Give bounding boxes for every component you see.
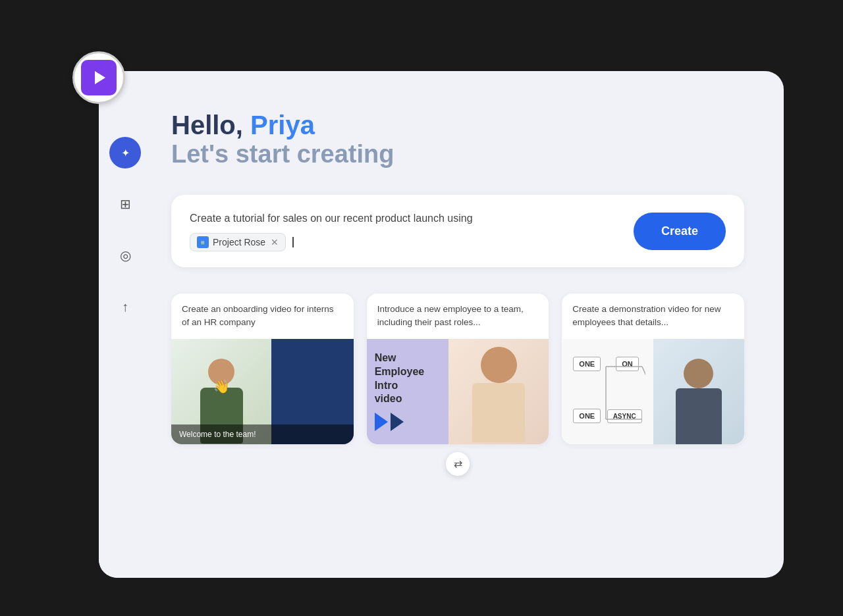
card3-image: ONE ON ONE ASYNC xyxy=(562,339,744,444)
card-onboarding[interactable]: Create an onboarding video for interns o… xyxy=(171,294,354,444)
diag-box-async: ASYNC xyxy=(607,409,642,423)
card2-title: NewEmployeeIntrovideo xyxy=(375,351,441,406)
card1-overlay: Welcome to the team! xyxy=(171,424,354,444)
greeting-name: Priya xyxy=(250,111,315,140)
content-area: Hello, Priya Let's start creating Create… xyxy=(151,71,784,578)
card3-person xyxy=(653,339,744,444)
svg-line-3 xyxy=(642,367,645,419)
create-button[interactable]: Create xyxy=(634,213,726,250)
diagram: ONE ON ONE ASYNC xyxy=(570,347,645,436)
record-icon: ◎ xyxy=(120,247,131,263)
triangle-dark xyxy=(391,413,404,431)
outer-container: ✦ ⊞ ◎ ↑ Hello, Priya Let's start creatin… xyxy=(59,38,784,578)
tag-remove-button[interactable]: ✕ xyxy=(271,237,279,247)
card3-diagram: ONE ON ONE ASYNC xyxy=(562,339,653,444)
prompt-text: Create a tutorial for sales on our recen… xyxy=(190,211,623,226)
diag-box-one2: ONE xyxy=(573,409,601,423)
prompt-tag[interactable]: ≡ Project Rose ✕ xyxy=(190,233,286,251)
card2-left-panel: NewEmployeeIntrovideo xyxy=(367,339,449,444)
sidebar-item-sparkle[interactable]: ✦ xyxy=(109,137,141,168)
card3-text: Create a demonstration video for new emp… xyxy=(562,294,744,339)
cards-wrapper: Create an onboarding video for interns o… xyxy=(171,294,744,464)
diag-box-one1: ONE xyxy=(573,357,601,371)
sidebar-item-gallery[interactable]: ⊞ xyxy=(109,188,141,220)
tag-label: Project Rose xyxy=(213,237,265,247)
card1-text: Create an onboarding video for interns o… xyxy=(171,294,354,339)
shuffle-icon: ⇄ xyxy=(454,457,462,470)
prompt-box: Create a tutorial for sales on our recen… xyxy=(171,195,744,267)
greeting-hello: Hello, xyxy=(171,111,250,140)
card2-text: Introduce a new employee to a team, incl… xyxy=(367,294,549,339)
greeting-subtitle: Let's start creating xyxy=(171,140,744,168)
doc-icon: ≡ xyxy=(197,236,209,248)
gallery-icon: ⊞ xyxy=(120,196,131,212)
diag-box-on: ON xyxy=(616,357,639,371)
triangle-blue xyxy=(375,413,388,431)
cards-section: Create an onboarding video for interns o… xyxy=(171,294,744,444)
sidebar: ✦ ⊞ ◎ ↑ xyxy=(99,71,151,578)
card-demo[interactable]: Create a demonstration video for new emp… xyxy=(562,294,744,444)
sidebar-item-record[interactable]: ◎ xyxy=(109,240,141,271)
app-logo[interactable] xyxy=(72,51,125,104)
card2-image: NewEmployeeIntrovideo xyxy=(367,339,549,444)
main-card: ✦ ⊞ ◎ ↑ Hello, Priya Let's start creatin… xyxy=(99,71,784,578)
app-icon-inner xyxy=(81,60,117,95)
shuffle-button[interactable]: ⇄ xyxy=(446,452,470,476)
card1-image: 👋 Welcome to the team! xyxy=(171,339,354,444)
prompt-left: Create a tutorial for sales on our recen… xyxy=(190,211,623,251)
sidebar-item-upload[interactable]: ↑ xyxy=(109,291,141,322)
sparkle-icon: ✦ xyxy=(121,147,130,159)
greeting-line1: Hello, Priya xyxy=(171,111,744,140)
card-employee-intro[interactable]: Introduce a new employee to a team, incl… xyxy=(367,294,549,444)
play-icon xyxy=(95,71,105,84)
text-cursor xyxy=(292,237,294,247)
card2-triangles xyxy=(375,413,441,431)
greeting: Hello, Priya Let's start creating xyxy=(171,111,744,168)
card2-person-area xyxy=(449,339,549,444)
upload-icon: ↑ xyxy=(122,299,128,315)
